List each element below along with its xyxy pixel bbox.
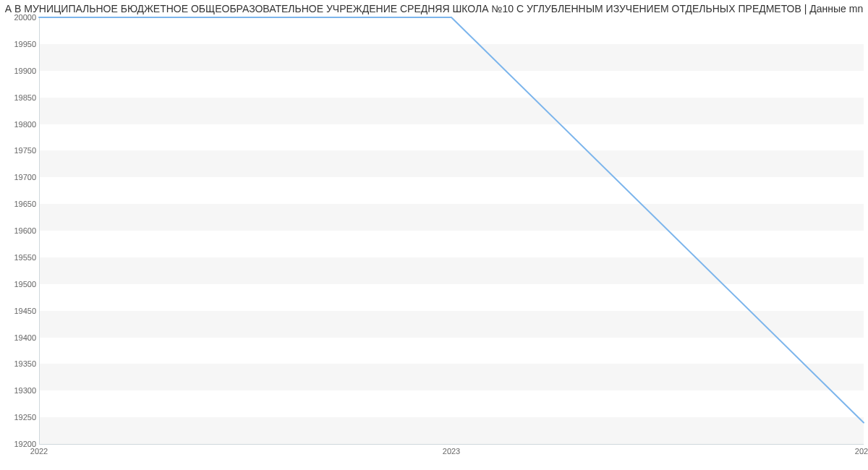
x-tick-label: 2024 bbox=[855, 447, 868, 456]
y-tick-label: 19400 bbox=[4, 333, 36, 342]
chart-wrap: А В МУНИЦИПАЛЬНОЕ БЮДЖЕТНОЕ ОБЩЕОБРАЗОВА… bbox=[0, 0, 868, 470]
y-tick-label: 19900 bbox=[4, 67, 36, 75]
y-tick-label: 19250 bbox=[4, 413, 36, 422]
x-axis bbox=[39, 444, 864, 445]
chart-title: А В МУНИЦИПАЛЬНОЕ БЮДЖЕТНОЕ ОБЩЕОБРАЗОВА… bbox=[0, 3, 868, 14]
x-tick-label: 2023 bbox=[443, 447, 460, 456]
y-tick-label: 19650 bbox=[4, 200, 36, 208]
y-tick-label: 19600 bbox=[4, 226, 36, 235]
y-tick-label: 19300 bbox=[4, 386, 36, 395]
y-tick-label: 19500 bbox=[4, 280, 36, 289]
y-tick-label: 19700 bbox=[4, 173, 36, 181]
y-tick-label: 19350 bbox=[4, 359, 36, 368]
y-tick-label: 19450 bbox=[4, 307, 36, 315]
y-tick-label: 19750 bbox=[4, 146, 36, 155]
y-tick-label: 19950 bbox=[4, 40, 36, 48]
y-tick-label: 19550 bbox=[4, 253, 36, 262]
series-path bbox=[39, 17, 864, 423]
y-tick-label: 19800 bbox=[4, 120, 36, 129]
plot-area bbox=[39, 17, 864, 444]
line-series bbox=[39, 17, 864, 444]
y-tick-label: 19850 bbox=[4, 93, 36, 102]
y-tick-label: 20000 bbox=[4, 13, 36, 22]
x-tick-label: 2022 bbox=[30, 447, 48, 456]
